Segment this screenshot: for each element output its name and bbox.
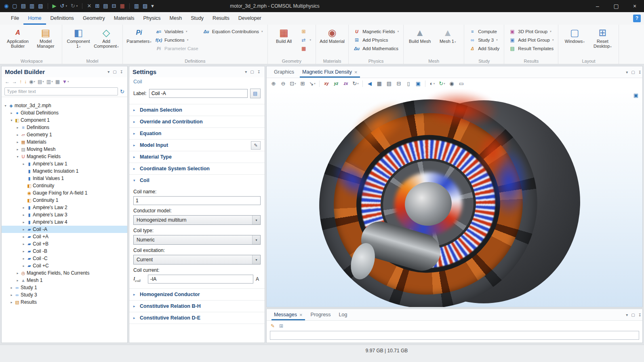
expander-icon[interactable]: ▸ [21, 242, 26, 246]
forward-icon[interactable]: → [12, 79, 17, 85]
cad-sync-icon[interactable]: ⇄▾ [299, 36, 313, 44]
zoom-out-icon[interactable]: ⊖ [279, 80, 288, 88]
expander-icon[interactable]: ▸ [15, 148, 20, 151]
panel-menu-icon[interactable]: ▾ [626, 70, 628, 74]
ribbon-button-magnetic-fields[interactable]: UMagnetic Fields▾ [351, 27, 400, 36]
expander-icon[interactable]: ▸ [21, 257, 26, 260]
selection-color-icon[interactable]: ◀ [365, 80, 374, 88]
tree-item-global-definitions[interactable]: ▸●Global Definitions [2, 109, 127, 116]
grid-icon[interactable]: ▦ [375, 80, 384, 88]
view-zx-icon[interactable]: zx [341, 80, 350, 88]
expander-icon[interactable]: ▾ [9, 119, 14, 122]
ribbon-button-parameters[interactable]: PiParameters▾ [126, 26, 152, 44]
menu-home[interactable]: Home [23, 12, 46, 25]
minimize-button[interactable]: – [588, 0, 607, 12]
comsol-logo[interactable]: ◉ [4, 0, 8, 12]
print-icon[interactable]: ▭ [457, 80, 466, 88]
expander-icon[interactable]: ▸ [21, 235, 26, 239]
tree-item-study-3[interactable]: ▸∞Study 3 [2, 291, 127, 298]
conductor-model-select[interactable]: Homogenized multiturn▾ [133, 215, 261, 225]
expander-icon[interactable]: ▸ [15, 133, 20, 137]
rename-button[interactable]: ▤ [250, 89, 261, 98]
tree-item-magnetic-fields[interactable]: ▾UMagnetic Fields [2, 153, 127, 160]
expander-icon[interactable]: ▸ [15, 271, 20, 275]
lock-axes-icon[interactable]: ▣ [414, 80, 423, 88]
float-panel-icon[interactable]: ▢ [250, 70, 254, 74]
report-icon[interactable]: ▨ [143, 0, 147, 12]
run-icon[interactable]: ▶ [53, 0, 57, 12]
ribbon-button-add-plot-group[interactable]: ▣Add Plot Group▾ [507, 36, 555, 44]
ribbon-button-component-1[interactable]: ◧Component 1▾ [65, 26, 92, 49]
duplicate-icon[interactable]: ⊟ [112, 0, 116, 12]
ribbon-button-add-mathematics[interactable]: ΔuAdd Mathematics [351, 44, 400, 53]
tab-messages[interactable]: Messages× [270, 309, 307, 320]
tree-item-coil-b[interactable]: ▸▰Coil +B [2, 240, 127, 248]
section-header-domain-selection[interactable]: ▸Domain Selection [129, 104, 265, 116]
tree-item-continuity[interactable]: ◧Continuity [2, 182, 127, 189]
graphics-properties-icon[interactable]: ▣ [633, 92, 638, 98]
ribbon-button-add-physics[interactable]: ⊞Add Physics [351, 36, 400, 44]
tree-item-coil-b[interactable]: ▸▰Coil -B [2, 248, 127, 255]
section-header-material-type[interactable]: ▸Material Type [129, 151, 265, 163]
float-panel-icon[interactable]: ▢ [113, 70, 116, 74]
filter-input[interactable] [4, 87, 118, 95]
save-icon[interactable]: ▥ [29, 0, 34, 12]
tree-item-geometry-1[interactable]: ▸▱Geometry 1 [2, 131, 127, 138]
menu-developer[interactable]: Developer [234, 12, 266, 25]
panel-menu-icon[interactable]: ▾ [626, 313, 628, 317]
panel-menu-icon[interactable]: ▾ [107, 70, 109, 74]
maximize-button[interactable]: ▢ [607, 0, 625, 12]
copy-log-icon[interactable]: ⊞ [279, 323, 284, 329]
ribbon-button-reset-desktop[interactable]: ⊞Reset Desktop▾ [589, 26, 616, 49]
annotation-icon[interactable]: ▯ [404, 80, 413, 88]
tree-item-study-1[interactable]: ▸∞Study 1 [2, 284, 127, 291]
show-icon[interactable]: ◉▾ [29, 79, 36, 85]
expander-icon[interactable]: ▾ [3, 104, 8, 108]
tree-item-gauge-fixing-for-a-field-1[interactable]: ◉Gauge Fixing for A-field 1 [2, 189, 127, 197]
ribbon-button-compute[interactable]: =Compute [467, 27, 501, 36]
coil-name-input[interactable] [133, 196, 261, 205]
default-view-icon[interactable]: ↘▾ [308, 80, 317, 88]
section-header-constitutive-relation-b-h[interactable]: ▸Constitutive Relation B-H [129, 300, 265, 312]
expander-icon[interactable]: ▸ [15, 126, 20, 129]
ribbon-button-build-mesh[interactable]: ▲Build Mesh [406, 26, 433, 44]
section-header-constitutive-relation-d-e[interactable]: ▸Constitutive Relation D-E [129, 312, 265, 324]
pin-panel-icon[interactable]: ↧ [120, 70, 123, 74]
view-xy-icon[interactable]: xy [322, 80, 331, 88]
undo-icon[interactable]: ↺▾ [60, 0, 67, 12]
filter-icon[interactable]: ▼▾ [62, 79, 69, 85]
tree-item-results[interactable]: ▸▧Results [2, 298, 127, 306]
preview-icon[interactable]: ▧ [38, 0, 43, 12]
scene-light-icon[interactable]: ◐▾ [428, 80, 437, 88]
menu-mesh[interactable]: Mesh [165, 12, 187, 25]
delete-sequence-icon[interactable]: ▦ [299, 44, 313, 53]
close-icon[interactable]: × [354, 69, 358, 75]
float-panel-icon[interactable]: ▢ [631, 313, 635, 317]
expander-icon[interactable]: ▸ [21, 162, 26, 166]
move-down-icon[interactable]: ↓ [24, 79, 27, 85]
delete-icon[interactable]: ▦ [120, 0, 124, 12]
expander-icon[interactable]: ▸ [21, 228, 26, 231]
ribbon-button-application-builder[interactable]: AApplication Builder [4, 26, 31, 49]
expander-icon[interactable]: ▸ [21, 206, 26, 210]
tree-item-amp-re-s-law-4[interactable]: ▸▮Ampère's Law 4 [2, 218, 127, 226]
label-input[interactable] [149, 89, 248, 98]
panel-menu-icon[interactable]: ▾ [245, 70, 247, 74]
expander-icon[interactable]: ▸ [21, 250, 26, 253]
open-icon[interactable]: ▤ [21, 0, 26, 12]
tab-magnetic-flux-density[interactable]: Magnetic Flux Density× [298, 67, 362, 78]
move-up-icon[interactable]: ↑ [19, 79, 22, 85]
section-header-override-and-contribution[interactable]: ▸Override and Contribution [129, 116, 265, 127]
pin-panel-icon[interactable]: ↧ [257, 70, 261, 74]
image-to-table-icon[interactable]: ▤ [385, 80, 394, 88]
section-header-coil[interactable]: ▾Coil [129, 174, 265, 186]
expander-icon[interactable]: ▸ [9, 301, 14, 304]
redo-icon[interactable]: ↻▾ [71, 0, 78, 12]
plot-in-table-icon[interactable]: ⊟ [394, 80, 403, 88]
zoom-box-icon[interactable]: ⊡▾ [288, 80, 297, 88]
menu-file[interactable]: File [6, 12, 23, 25]
ribbon-button-3d-plot-group[interactable]: ▣3D Plot Group▾ [507, 27, 555, 36]
clear-log-icon[interactable]: ✎ [270, 323, 275, 329]
messages-log-field[interactable] [270, 331, 639, 340]
ribbon-button-add-material[interactable]: ◉Add Material [319, 26, 345, 44]
